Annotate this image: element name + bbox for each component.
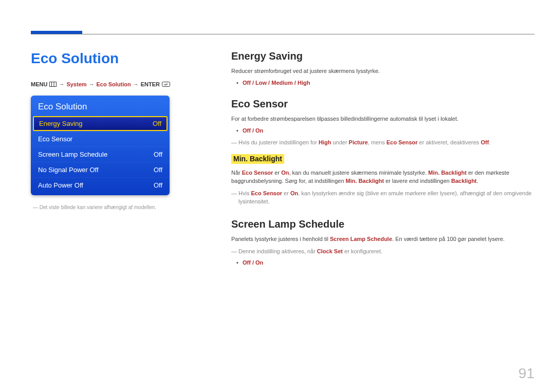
eco-sensor-desc: For at forbedre strømbesparelsen tilpass…: [231, 115, 534, 123]
t: On: [281, 170, 289, 176]
t: Clock Set: [317, 248, 343, 254]
breadcrumb-enter: ENTER: [141, 81, 160, 87]
t: Screen Lamp Schedule: [330, 236, 392, 242]
osd-row-value: Off: [154, 181, 162, 189]
heading-min-backlight: Min. Backlight: [231, 154, 284, 164]
t: Denne indstilling aktiveres, når: [238, 248, 317, 254]
options-text: Off / On: [243, 127, 263, 134]
left-column: Eco Solution MENU → System → Eco Solutio…: [31, 50, 211, 271]
t: Off: [480, 139, 489, 145]
t: , kan du manuelt justere skærmens minima…: [289, 170, 429, 176]
osd-row-screen-lamp-schedule[interactable]: Screen Lamp Schedule Off: [31, 146, 170, 162]
svg-rect-3: [162, 82, 170, 87]
t: er: [273, 170, 281, 176]
energy-saving-options: Off / Low / Medium / High: [231, 80, 534, 86]
osd-panel: Eco Solution Energy Saving Off Eco Senso…: [31, 96, 170, 195]
osd-row-energy-saving[interactable]: Energy Saving Off: [33, 116, 168, 131]
min-backlight-desc: Når Eco Sensor er On, kan du manuelt jus…: [231, 169, 534, 185]
t: High: [319, 139, 331, 145]
osd-row-label: No Signal Power Off: [38, 166, 99, 174]
screen-lamp-note: Denne indstilling aktiveres, når Clock S…: [231, 248, 534, 256]
osd-row-label: Screen Lamp Schedule: [38, 151, 107, 158]
enter-icon: [162, 82, 170, 87]
t: Eco Sensor: [251, 190, 282, 196]
heading-screen-lamp-schedule: Screen Lamp Schedule: [231, 218, 534, 230]
osd-row-eco-sensor[interactable]: Eco Sensor: [31, 131, 170, 146]
options-text: Off / Low / Medium / High: [243, 80, 310, 86]
t: Eco Sensor: [242, 170, 273, 176]
t: .: [477, 178, 478, 184]
page-number: 91: [519, 365, 534, 382]
t: Backlight: [451, 178, 477, 184]
t: Min. Backlight: [428, 170, 467, 176]
header-accent: [31, 31, 82, 34]
osd-row-value: Off: [154, 166, 162, 174]
osd-footnote-text: Det viste billede kan variere afhængigt …: [40, 204, 156, 210]
t: Hvis du justerer indstillingen for: [238, 139, 319, 145]
t: , mens: [368, 139, 386, 145]
t: Eco Sensor: [386, 139, 418, 145]
heading-energy-saving: Energy Saving: [231, 50, 534, 62]
min-backlight-note: Hvis Eco Sensor er On, kan lysstyrken æn…: [231, 190, 534, 206]
osd-row-label: Energy Saving: [39, 120, 83, 127]
osd-row-value: Off: [153, 120, 161, 127]
t: Picture: [349, 139, 368, 145]
t: er: [282, 190, 290, 196]
heading-eco-sensor: Eco Sensor: [231, 98, 534, 110]
osd-row-label: Eco Sensor: [38, 135, 72, 143]
right-column: Energy Saving Reducer strømforbruget ved…: [231, 50, 534, 271]
screen-lamp-desc: Panelets lysstyrke justeres i henhold ti…: [231, 235, 534, 244]
osd-footnote: ― Det viste billede kan variere afhængig…: [33, 204, 211, 210]
t: Min. Backlight: [346, 178, 384, 184]
breadcrumb-eco: Eco Solution: [97, 81, 131, 87]
breadcrumb-arrow: →: [133, 81, 139, 87]
breadcrumb-arrow: →: [89, 81, 95, 87]
eco-sensor-options: Off / On: [231, 127, 534, 134]
breadcrumb-menu: MENU: [31, 81, 47, 87]
osd-title: Eco Solution: [31, 96, 170, 116]
breadcrumb: MENU → System → Eco Solution → ENTER: [31, 81, 211, 87]
t: er lavere end indstillingen: [384, 178, 451, 184]
t: On: [290, 190, 298, 196]
breadcrumb-arrow: →: [59, 81, 64, 87]
osd-row-no-signal-power-off[interactable]: No Signal Power Off Off: [31, 162, 170, 177]
t: Hvis: [238, 190, 251, 196]
t: er aktiveret, deaktiveres: [418, 139, 481, 145]
header-rule: [31, 34, 534, 34]
menu-icon: [49, 82, 57, 87]
eco-sensor-note: Hvis du justerer indstillingen for High …: [231, 139, 534, 147]
osd-row-auto-power-off[interactable]: Auto Power Off Off: [31, 177, 170, 195]
t: . En værdi tættere på 100 gør panelet ly…: [392, 236, 505, 242]
screen-lamp-options: Off / On: [231, 259, 534, 266]
t: under: [331, 139, 348, 145]
options-text: Off / On: [243, 259, 263, 266]
breadcrumb-system: System: [66, 81, 86, 87]
t: Når: [231, 170, 242, 176]
osd-row-label: Auto Power Off: [38, 181, 83, 189]
svg-rect-0: [50, 82, 57, 87]
page-title: Eco Solution: [31, 50, 211, 67]
t: .: [489, 139, 490, 145]
t: Panelets lysstyrke justeres i henhold ti…: [231, 236, 330, 242]
t: er konfigureret.: [343, 248, 382, 254]
osd-row-value: Off: [154, 151, 162, 158]
energy-saving-desc: Reducer strømforbruget ved at justere sk…: [231, 67, 534, 76]
page-content: Eco Solution MENU → System → Eco Solutio…: [31, 50, 534, 271]
